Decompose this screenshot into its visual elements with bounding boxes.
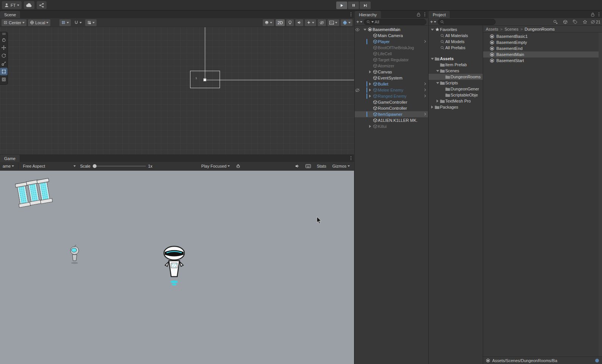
visibility-gutter[interactable]	[355, 99, 360, 105]
hierarchy-item[interactable]: BasementMain	[355, 26, 428, 33]
expander-icon[interactable]	[368, 89, 372, 92]
hierarchy-item[interactable]: Main Camera	[355, 33, 428, 39]
visibility-gutter[interactable]	[355, 51, 360, 57]
scene-visibility-toggle[interactable]	[318, 19, 326, 26]
lock-icon[interactable]	[417, 12, 420, 17]
project-tree-item[interactable]: DungeonRooms	[429, 74, 483, 80]
project-tree-item[interactable]: Item Prefab	[429, 62, 483, 68]
mode-2d-toggle[interactable]: 2D	[276, 19, 285, 26]
project-tree-item[interactable]: All Materials	[429, 33, 483, 39]
debug-bug-icon[interactable]	[234, 163, 242, 170]
visibility-gutter[interactable]	[355, 45, 360, 51]
expander-icon[interactable]	[435, 70, 440, 72]
hierarchy-item[interactable]: Player	[355, 39, 428, 45]
add-object-button[interactable]: +	[356, 19, 362, 24]
visibility-gutter[interactable]	[355, 63, 360, 69]
rotate-tool-button[interactable]	[0, 52, 8, 59]
gizmos-dropdown[interactable]	[341, 19, 352, 26]
prefab-open-chevron-icon[interactable]	[423, 89, 426, 91]
hierarchy-item[interactable]: Ranged Enemy	[355, 93, 428, 99]
rect-tool-button[interactable]	[0, 68, 8, 75]
project-tree-item[interactable]: Scenes	[429, 68, 483, 74]
breadcrumb-segment[interactable]: Scenes	[504, 27, 518, 31]
prefab-open-chevron-icon[interactable]	[423, 40, 426, 43]
scale-slider[interactable]	[93, 166, 146, 166]
prefab-open-chevron-icon[interactable]	[423, 82, 426, 85]
scrollbar[interactable]	[599, 33, 602, 356]
grid-visibility-dropdown[interactable]	[59, 19, 71, 26]
expander-icon[interactable]	[368, 125, 372, 128]
project-file-item[interactable]: BasementBasic1	[483, 33, 602, 39]
breadcrumb-segment[interactable]: Assets	[486, 27, 498, 31]
gizmos-dropdown[interactable]: Gizmos	[331, 163, 352, 170]
expander-icon[interactable]	[368, 82, 372, 86]
open-in-search-icon[interactable]	[551, 19, 560, 25]
visibility-gutter[interactable]	[355, 105, 360, 111]
project-tree-item[interactable]: Packages	[429, 104, 483, 110]
account-button[interactable]: FT	[2, 1, 22, 9]
hierarchy-item[interactable]: Bullet	[355, 81, 428, 87]
hierarchy-item[interactable]: LifeCell	[355, 51, 428, 57]
project-tree-item[interactable]: Scripts	[429, 80, 483, 86]
prefab-open-chevron-icon[interactable]	[423, 95, 426, 97]
project-tree-item[interactable]: Assets	[429, 56, 483, 62]
project-file-item[interactable]: BasementEnd	[483, 45, 602, 51]
project-tree-item[interactable]: All Models	[429, 39, 483, 45]
visibility-gutter[interactable]	[355, 81, 360, 87]
hidden-packages-count[interactable]: 21	[591, 20, 600, 24]
project-tree-item[interactable]: ScriptableObje	[429, 92, 483, 98]
project-search-input[interactable]	[438, 19, 496, 25]
search-filter-caret[interactable]	[371, 21, 374, 23]
scale-slider-handle[interactable]	[93, 164, 97, 168]
camera-overlay-dropdown[interactable]	[328, 19, 339, 26]
project-tree-item[interactable]: DungeonGener	[429, 86, 483, 92]
expander-icon[interactable]	[435, 82, 440, 84]
snap-increment-dropdown[interactable]	[72, 19, 84, 26]
move-tool-button[interactable]	[0, 44, 8, 51]
cloud-button[interactable]	[24, 1, 34, 9]
hierarchy-item[interactable]: ItemSpawner	[355, 111, 428, 117]
hierarchy-item[interactable]: BootOfTheBriskJog	[355, 45, 428, 51]
tab-game[interactable]: Game	[0, 155, 20, 162]
overlay-drag-handle[interactable]	[0, 32, 8, 36]
hierarchy-item[interactable]: EventSystem	[355, 75, 428, 81]
scene-viewport[interactable]: 1	[0, 27, 354, 154]
filter-by-type-icon[interactable]	[561, 19, 569, 25]
effects-dropdown[interactable]	[305, 19, 316, 26]
step-button[interactable]	[360, 2, 371, 9]
visibility-gutter[interactable]	[355, 111, 360, 117]
panel-menu-icon[interactable]	[424, 12, 426, 17]
save-search-star-icon[interactable]	[581, 19, 589, 25]
pause-button[interactable]	[348, 2, 359, 9]
hierarchy-search-input[interactable]: All	[364, 19, 426, 25]
project-file-item[interactable]: BasementStart	[483, 58, 602, 64]
hierarchy-item[interactable]: A1LIEN.K1LLER MK.	[355, 117, 428, 123]
play-button[interactable]	[336, 2, 347, 9]
visibility-gutter[interactable]	[355, 93, 360, 99]
display-dropdown[interactable]: ame	[1, 163, 16, 170]
visibility-off-icon[interactable]	[355, 87, 360, 93]
input-keyboard-icon[interactable]	[304, 163, 313, 170]
visibility-gutter[interactable]	[355, 123, 360, 129]
project-file-item[interactable]: BasementMain	[483, 51, 602, 58]
tab-project[interactable]: Project	[429, 11, 450, 18]
selection-pivot-handle[interactable]	[203, 78, 206, 81]
visibility-gutter[interactable]	[355, 75, 360, 81]
expander-icon[interactable]	[430, 29, 434, 31]
expander-icon[interactable]	[435, 100, 440, 103]
game-viewport[interactable]	[0, 171, 354, 364]
breadcrumb-segment[interactable]: DungeonRooms	[525, 27, 555, 31]
expander-icon[interactable]	[363, 29, 367, 31]
orientation-dropdown[interactable]: Local	[28, 19, 50, 26]
add-asset-button[interactable]: +	[430, 19, 436, 24]
panel-menu-icon[interactable]	[350, 156, 352, 161]
expander-icon[interactable]	[368, 70, 372, 73]
panel-menu-icon[interactable]	[350, 12, 352, 17]
visibility-gutter[interactable]	[355, 57, 360, 63]
visibility-gutter[interactable]	[355, 39, 360, 45]
visibility-gutter[interactable]	[355, 33, 360, 39]
view-tool-button[interactable]	[0, 36, 8, 44]
scene-lighting-toggle[interactable]	[286, 19, 294, 26]
expander-icon[interactable]	[430, 106, 434, 109]
hierarchy-item[interactable]: Killui	[355, 123, 428, 129]
